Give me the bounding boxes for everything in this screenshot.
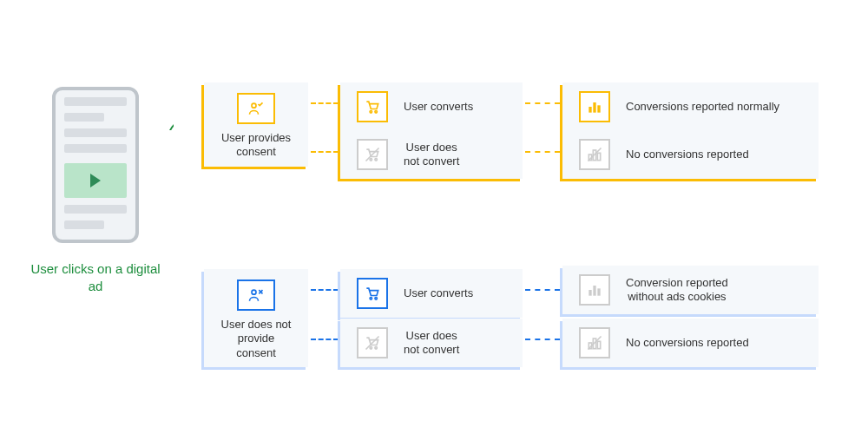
outcome-none-card-top: No conversions reported	[562, 130, 819, 179]
outcome-normal-label: Conversions reported normally	[626, 100, 779, 114]
convert-yes-card: User converts	[340, 82, 523, 131]
svg-point-14	[370, 298, 372, 300]
connector	[525, 339, 560, 340]
consent-yes-label: User provides consent	[218, 131, 294, 160]
convert-no-label-top: User does not convert	[404, 141, 459, 169]
shopping-cart-crossed-icon	[357, 139, 388, 170]
outcome-no-cookies-card: Conversion reported without ads cookies	[562, 266, 819, 314]
svg-rect-4	[593, 102, 595, 113]
bar-chart-crossed-icon	[579, 139, 610, 170]
connector	[311, 102, 339, 104]
outcome-normal-card: Conversions reported normally	[562, 82, 819, 131]
consent-yes-card: User provides consent	[204, 82, 308, 167]
svg-point-15	[375, 298, 378, 300]
svg-rect-17	[593, 286, 595, 296]
shopping-cart-icon	[357, 278, 388, 309]
svg-point-20	[375, 347, 378, 350]
convert-yes-label: User converts	[404, 100, 473, 114]
convert-no-card-bottom: User does not convert	[340, 319, 523, 367]
svg-point-7	[375, 159, 378, 161]
svg-point-13	[252, 290, 256, 294]
svg-point-6	[370, 159, 372, 161]
svg-rect-5	[597, 105, 600, 112]
svg-point-19	[370, 347, 372, 350]
connector	[525, 151, 560, 153]
connector	[311, 289, 339, 291]
play-icon	[64, 163, 127, 198]
consent-no-card: User does not provide consent	[204, 269, 308, 367]
bar-chart-icon	[579, 274, 610, 306]
connector	[311, 151, 339, 153]
outcome-none-card-bottom: No conversions reported	[562, 319, 819, 367]
phone-device	[52, 87, 139, 243]
bar-chart-crossed-icon	[579, 327, 610, 358]
outcome-none-label-top: No conversions reported	[626, 148, 749, 161]
connector	[525, 102, 560, 104]
connector	[311, 339, 339, 340]
svg-point-2	[375, 111, 378, 113]
user-check-icon	[237, 93, 275, 124]
svg-rect-11	[597, 153, 600, 160]
shopping-cart-icon	[357, 91, 388, 122]
svg-point-1	[370, 111, 372, 113]
svg-rect-3	[589, 107, 591, 113]
convert-no-label-bottom: User does not convert	[404, 329, 459, 358]
shopping-cart-crossed-icon	[357, 327, 388, 358]
outcome-no-cookies-label: Conversion reported without ads cookies	[626, 276, 728, 305]
svg-rect-16	[589, 290, 591, 296]
svg-rect-18	[597, 288, 600, 295]
svg-point-0	[252, 103, 256, 108]
svg-rect-24	[597, 341, 600, 348]
bar-chart-icon	[579, 91, 610, 122]
convert-yes-label-bottom: User converts	[404, 286, 473, 300]
brace-icon	[156, 113, 174, 130]
outcome-none-label-bottom: No conversions reported	[626, 336, 749, 350]
start-caption: User clicks on a digital ad	[26, 260, 165, 294]
consent-no-label: User does not provide consent	[218, 318, 294, 360]
convert-yes-card-bottom: User converts	[340, 269, 523, 318]
user-x-icon	[237, 279, 275, 311]
connector	[525, 289, 560, 291]
convert-no-card-top: User does not convert	[340, 130, 523, 179]
